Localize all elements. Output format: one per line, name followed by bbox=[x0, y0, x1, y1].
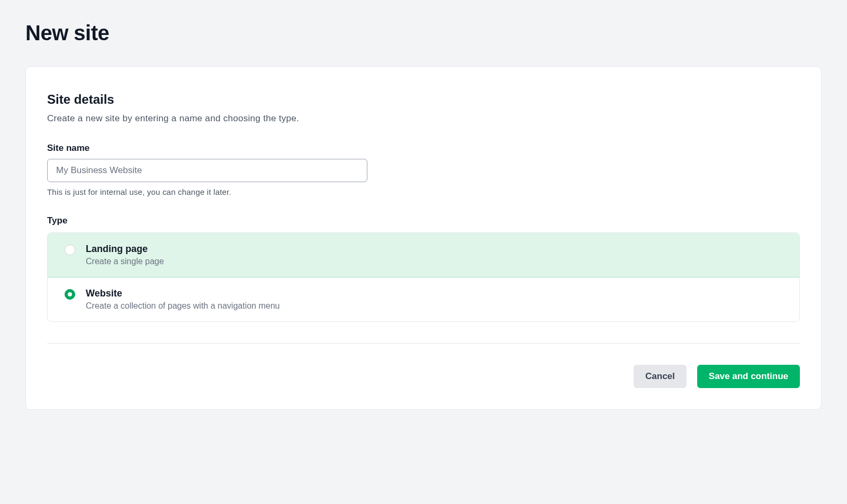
radio-icon bbox=[65, 245, 75, 255]
cancel-button[interactable]: Cancel bbox=[634, 365, 687, 388]
type-option-text: Landing page Create a single page bbox=[86, 244, 787, 266]
site-details-card: Site details Create a new site by enteri… bbox=[25, 66, 822, 410]
section-description: Create a new site by entering a name and… bbox=[47, 113, 800, 124]
type-option-title: Landing page bbox=[86, 244, 787, 255]
type-field-group: Type Landing page Create a single page W… bbox=[47, 215, 800, 322]
type-option-landing-page[interactable]: Landing page Create a single page bbox=[48, 233, 799, 277]
type-option-description: Create a collection of pages with a navi… bbox=[86, 301, 787, 311]
action-bar: Cancel Save and continue bbox=[47, 365, 800, 388]
divider bbox=[47, 343, 800, 344]
save-and-continue-button[interactable]: Save and continue bbox=[697, 365, 800, 388]
type-option-text: Website Create a collection of pages wit… bbox=[86, 288, 787, 311]
site-name-field-group: Site name This is just for internal use,… bbox=[47, 143, 800, 196]
type-option-title: Website bbox=[86, 288, 787, 299]
type-label: Type bbox=[47, 215, 800, 226]
radio-icon bbox=[65, 289, 75, 300]
section-title: Site details bbox=[47, 92, 800, 107]
site-name-help: This is just for internal use, you can c… bbox=[47, 187, 800, 196]
page-title: New site bbox=[25, 21, 822, 45]
site-name-input[interactable] bbox=[47, 159, 367, 182]
type-option-description: Create a single page bbox=[86, 257, 787, 266]
type-radio-list: Landing page Create a single page Websit… bbox=[47, 232, 800, 322]
type-option-website[interactable]: Website Create a collection of pages wit… bbox=[48, 277, 799, 321]
site-name-label: Site name bbox=[47, 143, 800, 154]
